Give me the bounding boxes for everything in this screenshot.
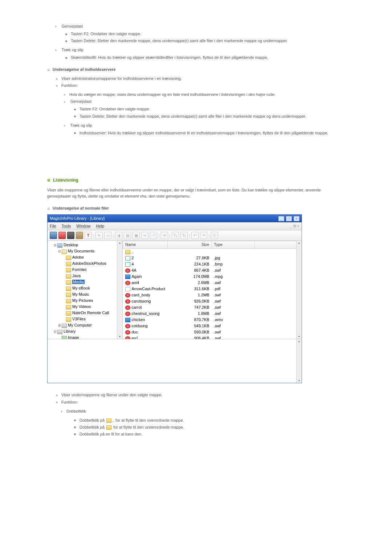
menu-file[interactable]: File [50,224,56,228]
file-icon [125,275,130,279]
sublist: Tasten F2: Omdøber den valgte mappe. Tas… [64,106,345,119]
tree-desktop[interactable]: Desktop [64,243,78,247]
mdi-buttons[interactable]: _ ⧉ × [290,223,299,229]
tool-icon[interactable] [58,232,66,239]
tool-icon[interactable] [67,232,74,239]
col-type[interactable]: Type [212,241,255,248]
close-icon[interactable]: × [294,216,299,221]
file-name: doc [132,330,138,334]
table-row[interactable]: 4224.1KB.bmp [123,261,297,267]
line: Funktion: [56,399,345,405]
maximize-icon[interactable]: □ [286,216,292,221]
listview-desc: Viser alle mapperne og filerne eller ind… [47,187,345,199]
col-name[interactable]: Name [123,241,168,248]
file-size: 311.6KB [167,286,211,292]
tool-icon[interactable]: ▦ [132,232,140,239]
table-row[interactable]: coldsong549.1KB.swf [123,323,297,329]
tree-library[interactable]: Library [64,329,76,333]
tool-text-icon[interactable]: T [85,232,92,239]
table-row[interactable]: doc590.0KB.swf [123,329,297,335]
tree-item[interactable]: My Music [72,292,89,296]
table-row[interactable]: carolssong926.0KB.swf [123,298,297,304]
folder-icon [106,425,111,430]
menu-tools[interactable]: Tools [62,224,71,228]
label: Genvejstast [62,24,83,28]
tree-item[interactable]: Java [72,274,81,278]
tree-item[interactable]: AdobeStockPhotos [72,261,106,266]
scrollbar[interactable] [296,241,302,339]
file-size: 926.0KB [167,298,211,304]
table-row[interactable]: chicken870.7KB.wmv [123,317,297,323]
tool-icon[interactable] [76,232,83,239]
tree-item[interactable]: Media [72,280,85,284]
table-row[interactable]: .. [123,248,297,255]
tool-icon[interactable]: 📄 [150,232,157,239]
redo-icon[interactable]: ↷ [200,232,207,239]
file-name: ani4 [132,280,139,285]
folder-icon [66,299,71,303]
separator: | [113,232,114,239]
file-icon [125,281,130,285]
tree-item[interactable]: Adobe [72,255,84,259]
scrollbar[interactable] [296,339,302,383]
tree-item[interactable]: My Pictures [72,298,93,303]
table-row[interactable]: 227.8KB.jpg [123,255,297,261]
function-list-3: Dobbeltklik [47,408,345,414]
item: Genvejstast Tasten F2: Omdøber den valgt… [64,98,345,119]
file-size: 224.1KB [167,261,211,267]
tool-icon[interactable]: T₁ [172,232,179,239]
minimize-icon[interactable]: _ [278,216,284,221]
table-row[interactable]: chestnut_ssong1.8MB.swf [123,311,297,317]
tree-item[interactable]: My eBook [72,286,90,290]
file-size: 549.1KB [167,323,211,329]
scrollbar[interactable] [117,241,122,339]
tree-item[interactable]: My Videos [72,304,91,309]
top-list-3: Viser undermapperne og filerne under den… [47,392,345,405]
tree-mydocs[interactable]: My Documents [68,249,94,253]
tree-mycomputer[interactable]: My Computer [68,323,92,327]
menu-window[interactable]: Window [76,224,90,228]
titlebar: MagicInfoPro Library - [Library] _ □ × [48,215,302,222]
tool-icon[interactable]: ✎ [95,232,103,239]
item: Træk og slip Indholdsserver: Hvis du træ… [64,122,345,136]
tree-pane[interactable]: ⊟Desktop ⊟My Documents Adobe AdobeStockP… [48,241,123,339]
table-row[interactable]: ArrowCast-Product311.6KB.pdf [123,286,297,292]
separator: | [209,232,209,239]
file-icon [125,318,130,322]
file-size: 1.8MB [167,311,211,317]
tool-icon[interactable]: ◑ [115,232,122,239]
table-row[interactable]: carrot747.2KB.swf [123,304,297,311]
window-buttons[interactable]: _ □ × [278,215,299,222]
table-row[interactable]: Again174.0MB.mpg [123,274,297,280]
item: Træk og slip Skærmbilledfil: Hvis du træ… [55,47,345,61]
label: Træk og slip [62,48,83,52]
tool-icon[interactable]: ⟲ [161,232,168,239]
file-type: .jpg [212,255,255,261]
file-name: ep1 [132,336,138,339]
tree-item[interactable]: NateOn Remote Call [72,311,109,315]
col-size[interactable]: Size [167,241,211,248]
tree-item[interactable]: Formtec [72,267,87,272]
file-size: 1.2MB [167,292,211,298]
tool-icon[interactable]: ▤ [124,232,131,239]
table-row[interactable]: ep1906.4KB.swf [123,335,297,339]
tool-icon[interactable]: T₂ [180,232,188,239]
tree-item[interactable]: Image [68,335,79,339]
file-size: 27.8KB [167,255,211,261]
tool-icon[interactable]: ✂ [141,232,148,239]
tool-icon[interactable]: ▭ [104,232,111,239]
file-name: 4 [132,262,134,266]
sub: Tasten F2: Omdøber den valgte mappe. [74,106,345,112]
undo-icon[interactable]: ↶ [191,232,199,239]
table-row[interactable]: ani42.6MB.swf [123,280,297,286]
file-icon [125,299,130,304]
table-row[interactable]: 4A867.4KB.swf [123,267,297,274]
table-row[interactable]: card_body1.2MB.swf [123,292,297,298]
info-icon[interactable]: ⓘ [211,232,218,239]
menu-help[interactable]: Help [96,224,105,228]
list-pane[interactable]: Name Size Type ..227.8KB.jpg4224.1KB.bmp… [123,241,302,339]
tree-item[interactable]: V3Files [72,317,86,321]
tool-icon[interactable] [50,232,57,239]
file-size: 867.4KB [167,267,211,274]
item: Genvejstast Tasten F2: Omdøber den valgt… [55,23,345,44]
